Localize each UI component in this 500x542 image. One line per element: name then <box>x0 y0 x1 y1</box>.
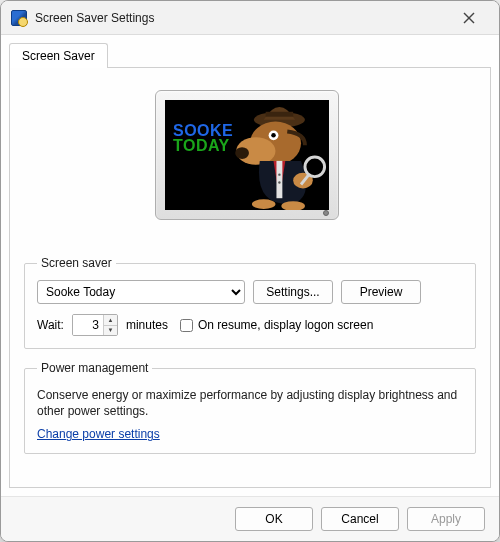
apply-button[interactable]: Apply <box>407 507 485 531</box>
client-area: Screen Saver <box>1 35 499 496</box>
window-title: Screen Saver Settings <box>35 11 449 25</box>
screen-saver-fieldset: Screen saver Sooke Today Settings... Pre… <box>24 256 476 349</box>
preview-logo-line2: TODAY <box>173 137 233 155</box>
screen-saver-legend: Screen saver <box>37 256 116 270</box>
svg-rect-4 <box>266 112 294 117</box>
on-resume-text: On resume, display logon screen <box>198 318 373 332</box>
wait-spinner[interactable]: ▲ ▼ <box>72 314 118 336</box>
settings-button[interactable]: Settings... <box>253 280 333 304</box>
wait-input[interactable] <box>73 315 103 335</box>
screensaver-preview-area: SOOKE TODAY <box>24 80 476 256</box>
spinner-up-icon[interactable]: ▲ <box>104 315 117 326</box>
cancel-button[interactable]: Cancel <box>321 507 399 531</box>
window-icon <box>11 10 27 26</box>
close-icon <box>463 12 475 24</box>
svg-rect-10 <box>276 161 282 198</box>
minutes-label: minutes <box>126 318 168 332</box>
tabstrip: Screen Saver <box>9 42 491 67</box>
on-resume-checkbox[interactable] <box>180 319 193 332</box>
svg-point-12 <box>278 181 280 183</box>
wait-label: Wait: <box>37 318 64 332</box>
tab-panel: SOOKE TODAY Screen saver Sooke Today Set… <box>9 67 491 488</box>
dialog-footer: OK Cancel Apply <box>1 496 499 541</box>
screen-saver-settings-window: Screen Saver Settings Screen Saver <box>0 0 500 542</box>
screensaver-select[interactable]: Sooke Today <box>37 280 245 304</box>
svg-point-11 <box>278 173 280 175</box>
preview-button[interactable]: Preview <box>341 280 421 304</box>
monitor-led-icon <box>323 210 329 216</box>
power-management-text: Conserve energy or maximize performance … <box>37 387 463 419</box>
power-management-fieldset: Power management Conserve energy or maxi… <box>24 361 476 454</box>
spinner-down-icon[interactable]: ▼ <box>104 326 117 336</box>
screensaver-preview-image <box>165 100 329 210</box>
on-resume-checkbox-label[interactable]: On resume, display logon screen <box>180 318 373 332</box>
svg-point-7 <box>235 147 249 159</box>
monitor-preview: SOOKE TODAY <box>155 90 345 240</box>
ok-button[interactable]: OK <box>235 507 313 531</box>
change-power-settings-link[interactable]: Change power settings <box>37 427 160 441</box>
titlebar: Screen Saver Settings <box>1 1 499 35</box>
close-button[interactable] <box>449 3 489 33</box>
power-management-legend: Power management <box>37 361 152 375</box>
svg-point-9 <box>271 133 276 138</box>
svg-point-16 <box>252 199 276 209</box>
tab-screen-saver[interactable]: Screen Saver <box>9 43 108 68</box>
